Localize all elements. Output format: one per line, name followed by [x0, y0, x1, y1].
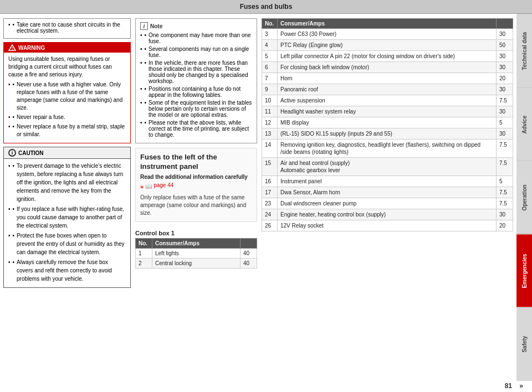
rt-no-cell: 6 — [262, 62, 278, 73]
page-body: • Take care not to cause short circuits … — [0, 14, 532, 381]
note-icon: i — [140, 22, 148, 30]
main-content: • Take care not to cause short circuits … — [0, 14, 516, 381]
rt-no-cell: 17 — [262, 187, 278, 198]
caution-circle-icon: i — [8, 149, 16, 157]
right-table-row: 17 Dwa Sensor, Alarm horn 7.5 — [262, 187, 513, 198]
cb1-consumer-cell: Left lights — [152, 248, 241, 258]
rt-consumer-cell: Panoramic roof — [278, 84, 497, 95]
control-box-1-row: 2 Central locking 40 — [136, 258, 257, 268]
tab-safety[interactable]: Safety — [516, 307, 532, 381]
short-circuit-note: • Take care not to cause short circuits … — [3, 18, 131, 39]
book-icon: 📖 — [145, 183, 152, 189]
rt-consumer-cell: Left pillar connector A pin 22 (motor fo… — [278, 51, 497, 62]
rt-no-cell: 15 — [262, 158, 278, 176]
col-consumer-header: Consumer/Amps — [152, 238, 241, 248]
forward-arrow-icon: » — [140, 183, 144, 190]
cb1-amps-cell: 40 — [241, 248, 257, 258]
col-no-header: No. — [136, 238, 152, 248]
tab-advice[interactable]: Advice — [516, 87, 532, 161]
note-box: i Note • One component may have more tha… — [135, 18, 257, 143]
warning-box: ! WARNING Using unsuitable fuses, repair… — [3, 42, 131, 143]
caution-bullet-3: • Protect the fuse boxes when open to pr… — [8, 231, 126, 256]
control-box-1-table: No. Consumer/Amps 1 Left lights 40 2 Cen… — [135, 238, 257, 269]
page-ref: page 44 — [154, 182, 173, 188]
rt-amps-cell: 5 — [497, 117, 513, 128]
note-bullet-3: • In the vehicle, there are more fuses t… — [140, 60, 252, 84]
page-title: Fuses and bulbs — [240, 3, 293, 11]
rt-no-cell: 11 — [262, 106, 278, 117]
rt-consumer-cell: MIB display — [278, 117, 497, 128]
right-table-row: 23 Dual windscreen cleaner pump 7.5 — [262, 198, 513, 209]
warning-label: WARNING — [18, 45, 45, 51]
note-label: Note — [150, 23, 162, 29]
right-table-row: 6 For closing back left window (motor) 3… — [262, 62, 513, 73]
rt-no-cell: 12 — [262, 117, 278, 128]
rt-no-cell: 7 — [262, 73, 278, 84]
warning-header: ! WARNING — [4, 43, 130, 53]
cb1-no-cell: 1 — [136, 248, 152, 258]
warning-main-text: Using unsuitable fuses, repairing fuses … — [8, 55, 126, 79]
page-container: Fuses and bulbs • Take care not to cause… — [0, 0, 532, 392]
right-fuse-table: No. Consumer/Amps 3 Power C63 (30 Power)… — [262, 18, 513, 231]
rt-amps-cell: 30 — [497, 209, 513, 220]
control-box-1-section: Control box 1 No. Consumer/Amps 1 Left l… — [135, 226, 257, 269]
warning-bullet-2: • Never repair a fuse. — [8, 114, 126, 121]
tab-emergencies[interactable]: Emergencies — [516, 234, 532, 308]
note-bullet-4: • Positions not containing a fuse do not… — [140, 86, 252, 98]
right-table-row: 9 Panoramic roof 30 — [262, 84, 513, 95]
rt-amps-cell: 7.5 — [497, 140, 513, 158]
note-bullet-5: • Some of the equipment listed in the ta… — [140, 100, 252, 118]
caution-bullet-1: • To prevent damage to the vehicle's ele… — [8, 162, 126, 203]
fuse-instrument-title: Fuses to the left of the instrument pane… — [140, 153, 252, 172]
middle-column: i Note • One component may have more tha… — [135, 18, 257, 376]
rt-no-cell: 26 — [262, 220, 278, 231]
forward-arrows-icon: » — [519, 382, 523, 390]
rt-no-cell: 23 — [262, 198, 278, 209]
rt-consumer-cell: (RL-15) SIDO Kl.15 supply (inputs 29 and… — [278, 128, 497, 140]
rt-no-cell: 14 — [262, 140, 278, 158]
rt-no-cell: 10 — [262, 95, 278, 106]
caution-bullet-4: • Always carefully remove the fuse box c… — [8, 258, 126, 283]
rt-consumer-cell: PTC Relay (Engine glow) — [278, 40, 497, 51]
rt-consumer-cell: Engine heater, heating control box (supp… — [278, 209, 497, 220]
rt-amps-cell: 20 — [497, 220, 513, 231]
tab-technical-data[interactable]: Technical data — [516, 14, 532, 87]
rt-amps-cell: 30 — [497, 62, 513, 73]
rt-consumer-cell: Air and heat control (supply)Automatic g… — [278, 158, 497, 176]
right-col-consumer-header: Consumer/Amps — [278, 19, 497, 29]
caution-label: CAUTION — [18, 150, 44, 156]
rt-no-cell: 16 — [262, 176, 278, 187]
right-table-row: 15 Air and heat control (supply)Automati… — [262, 158, 513, 176]
rt-consumer-cell: Dual windscreen cleaner pump — [278, 198, 497, 209]
rt-amps-cell: 30 — [497, 128, 513, 140]
tab-operation[interactable]: Operation — [516, 161, 532, 234]
right-column: No. Consumer/Amps 3 Power C63 (30 Power)… — [262, 18, 513, 376]
warning-bullet-3: • Never replace a fuse by a metal strip,… — [8, 123, 126, 138]
short-circuit-text: • Take care not to cause short circuits … — [8, 22, 126, 34]
rt-consumer-cell: Power C63 (30 Power) — [278, 29, 497, 40]
rt-consumer-cell: Removing ignition key, diagnostics, head… — [278, 140, 497, 158]
rt-amps-cell: 30 — [497, 51, 513, 62]
rt-no-cell: 5 — [262, 51, 278, 62]
rt-amps-cell: 7.5 — [497, 158, 513, 176]
right-table-row: 7 Horn 20 — [262, 73, 513, 84]
rt-amps-cell: 7.5 — [497, 95, 513, 106]
right-table-row: 5 Left pillar connector A pin 22 (motor … — [262, 51, 513, 62]
rt-amps-cell: 50 — [497, 40, 513, 51]
page-header: Fuses and bulbs — [0, 0, 532, 14]
cb1-consumer-cell: Central locking — [152, 258, 241, 268]
right-col-amps-header — [497, 19, 513, 29]
rt-amps-cell: 5 — [497, 176, 513, 187]
side-tabs: Technical data Advice Operation Emergenc… — [516, 14, 532, 381]
rt-consumer-cell: Instrument panel — [278, 176, 497, 187]
svg-text:!: ! — [12, 46, 13, 51]
rt-consumer-cell: Horn — [278, 73, 497, 84]
right-table-row: 26 12V Relay socket 20 — [262, 220, 513, 231]
read-additional-label: Read the additional information carefull… — [140, 174, 252, 180]
right-table-row: 13 (RL-15) SIDO Kl.15 supply (inputs 29 … — [262, 128, 513, 140]
caution-bullet-2: • If you replace a fuse with higher-rati… — [8, 205, 126, 230]
note-bullet-1: • One component may have more than one f… — [140, 32, 252, 44]
control-box-1-row: 1 Left lights 40 — [136, 248, 257, 258]
cb1-amps-cell: 40 — [241, 258, 257, 268]
page-number: 81 — [505, 382, 512, 390]
